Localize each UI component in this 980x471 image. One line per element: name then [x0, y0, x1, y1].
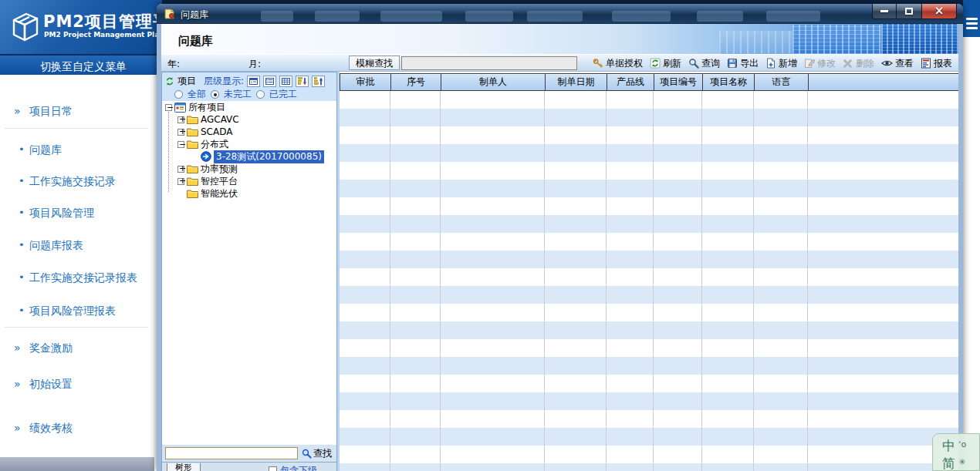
menu-icon[interactable] [966, 18, 978, 29]
include-sublevel-checkbox[interactable] [269, 466, 277, 471]
collapse-icon[interactable] [177, 141, 184, 148]
sidebar-item-handover-record[interactable]: • 工作实施交接记录 [0, 175, 154, 190]
radio-all-label[interactable]: 全部 [188, 88, 206, 101]
radio-unfinished-label[interactable]: 未完工 [224, 88, 252, 101]
table-cell [702, 410, 754, 428]
sidebar-group-initial-settings[interactable]: » 初始设置 [0, 378, 154, 393]
table-cell [702, 180, 754, 197]
table-row[interactable] [340, 392, 958, 410]
sidebar-item-issue-library[interactable]: • 问题库 [0, 143, 154, 159]
column-header-project-name[interactable]: 项目名称 [703, 74, 755, 90]
tab-tree-view[interactable]: 树形 [167, 463, 201, 471]
close-button[interactable]: × [921, 4, 957, 19]
table-row[interactable] [340, 180, 958, 197]
view-detail-icon[interactable] [279, 76, 292, 87]
fuzzy-search-button[interactable]: 模糊查找 [349, 56, 400, 70]
dialog-titlebar[interactable]: 问题库 × [157, 4, 963, 24]
ime-toolbar[interactable]: 中ʼo 简✳ [932, 433, 980, 471]
table-row[interactable] [340, 286, 958, 304]
table-row[interactable] [340, 197, 958, 215]
table-row[interactable] [340, 233, 958, 251]
expand-icon[interactable] [177, 116, 184, 123]
query-button[interactable]: 查询 [688, 57, 720, 70]
level-display-label: 层级显示: [204, 75, 244, 88]
chevrons-icon: » [14, 341, 21, 354]
expand-icon[interactable] [177, 166, 184, 173]
sort-descending-icon[interactable] [296, 76, 309, 87]
table-row[interactable] [340, 410, 958, 428]
sidebar-item-handover-report[interactable]: • 工作实施交接记录报表 [0, 271, 154, 287]
tree-node-smart-control[interactable]: 智控平台 [162, 175, 336, 187]
ime-language-indicator[interactable]: 中 [942, 438, 955, 453]
table-row[interactable] [340, 357, 958, 375]
tree-node-test-project[interactable]: 3-28测试(2017000085) [162, 150, 336, 163]
table-row[interactable] [340, 162, 958, 180]
table-cell [545, 304, 607, 321]
refresh-button[interactable]: 刷新 [650, 57, 681, 70]
radio-finished-label[interactable]: 已完工 [269, 88, 297, 101]
tree-node-scada[interactable]: SCADA [162, 126, 336, 138]
table-row[interactable] [340, 268, 958, 286]
expand-icon[interactable] [177, 129, 184, 136]
tree-node-all-projects[interactable]: 所有项目 [162, 101, 336, 113]
column-header-create-date[interactable]: 制单日期 [546, 74, 607, 90]
collapse-icon[interactable] [165, 104, 172, 111]
sidebar-item-issue-report[interactable]: • 问题库报表 [0, 239, 154, 254]
table-row[interactable] [340, 215, 958, 233]
view-large-icon[interactable] [247, 76, 260, 87]
table-row[interactable] [340, 339, 958, 357]
table-cell [702, 428, 754, 446]
radio-unfinished[interactable] [211, 90, 219, 99]
column-header-language[interactable]: 语言 [755, 74, 809, 90]
edit-button[interactable]: 修改 [804, 57, 836, 70]
table-cell [702, 144, 754, 162]
tree-node-agcavc[interactable]: AGCAVC [162, 113, 336, 126]
column-header-approval[interactable]: 审批 [340, 74, 391, 90]
tree-find-input[interactable] [165, 447, 298, 459]
sidebar-item-risk-report[interactable]: • 项目风险管理报表 [0, 304, 154, 320]
add-button[interactable]: 新增 [765, 57, 797, 70]
column-header-project-no[interactable]: 项目编号 [654, 74, 703, 90]
table-row[interactable] [340, 304, 958, 321]
tree-node-power-forecast[interactable]: 功率预测 [162, 163, 336, 175]
table-row[interactable] [340, 463, 958, 471]
delete-button[interactable]: 删除 [843, 57, 874, 70]
tree-node-smart-pv[interactable]: 智能光伏 [162, 187, 336, 200]
view-list-icon[interactable] [263, 76, 276, 87]
column-header-serial[interactable]: 序号 [391, 74, 441, 90]
ime-flower-icon[interactable]: ✳ [958, 457, 965, 467]
radio-all[interactable] [174, 90, 183, 99]
column-header-creator[interactable]: 制单人 [441, 74, 546, 90]
refresh-projects-icon[interactable] [165, 76, 174, 86]
ime-moon-icon[interactable]: ʼo [958, 439, 966, 449]
table-row[interactable] [340, 321, 958, 339]
tree-node-distributed[interactable]: 分布式 [162, 138, 336, 150]
switch-menu-bar[interactable]: 切换至自定义菜单 [0, 54, 157, 75]
radio-finished[interactable] [256, 90, 265, 99]
table-row[interactable] [340, 91, 958, 109]
fuzzy-search-input[interactable] [401, 56, 577, 70]
table-row[interactable] [340, 126, 958, 144]
column-header-product-line[interactable]: 产品线 [607, 74, 654, 90]
export-button[interactable]: 导出 [727, 57, 759, 70]
sidebar-group-performance[interactable]: » 绩效考核 [0, 422, 154, 437]
sidebar-item-risk-management[interactable]: • 项目风险管理 [0, 207, 154, 222]
table-row[interactable] [340, 446, 958, 463]
maximize-button[interactable] [897, 4, 921, 19]
minimize-button[interactable] [872, 4, 897, 19]
report-button[interactable]: 报表 [921, 57, 952, 70]
table-row[interactable] [340, 109, 958, 126]
tree-find-button[interactable]: 查找 [302, 447, 332, 460]
sidebar-group-bonus[interactable]: » 奖金激励 [0, 341, 154, 357]
table-cell [545, 144, 607, 162]
table-row[interactable] [340, 375, 958, 392]
sidebar-group-project-daily[interactable]: » 项目日常 [0, 105, 154, 120]
table-row[interactable] [340, 144, 958, 162]
table-row[interactable] [340, 251, 958, 268]
table-row[interactable] [340, 428, 958, 446]
ime-charset-indicator[interactable]: 简 [942, 456, 955, 471]
sort-ascending-icon[interactable] [312, 76, 325, 87]
authorize-button[interactable]: 单据授权 [593, 57, 643, 70]
view-button[interactable]: 查看 [881, 57, 914, 70]
expand-icon[interactable] [177, 178, 184, 185]
